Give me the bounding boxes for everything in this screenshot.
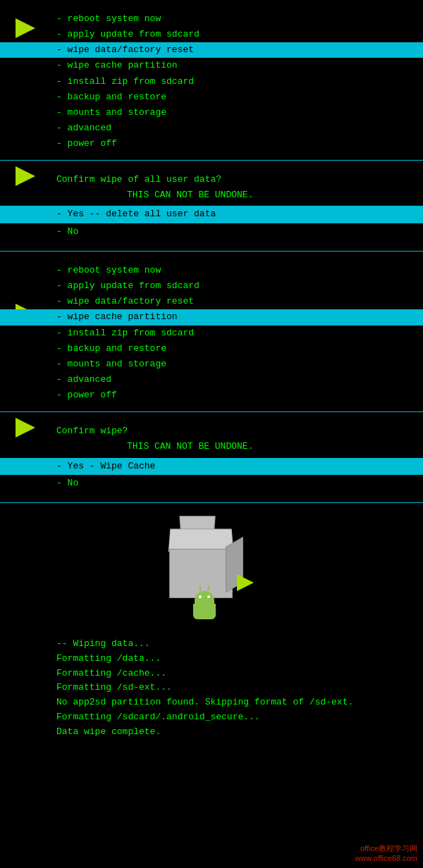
confirm-item[interactable]: - Yes - Wipe Cache <box>0 458 423 476</box>
confirm1-warning: THIS CAN NOT BE UNDONE. <box>56 190 253 200</box>
confirm1-text: Confirm wipe of all user data? THIS CAN … <box>0 172 423 203</box>
menu-item: - wipe data/factory reset <box>0 294 423 309</box>
confirm1-panel: Confirm wipe of all user data? THIS CAN … <box>0 161 423 252</box>
confirm-item: - No <box>0 475 423 492</box>
menu-item: - wipe cache partition <box>0 58 423 73</box>
arrow4 <box>16 418 35 438</box>
menu-item[interactable]: - wipe cache partition <box>0 309 423 325</box>
box-flap <box>179 516 215 529</box>
confirm-item: - No <box>0 223 423 241</box>
watermark-line2: www.office68.com <box>355 854 417 862</box>
log-line: Formatting /sd-ext... <box>56 681 423 695</box>
watermark: office教程学习网 www.office68.com <box>355 843 417 862</box>
menu-item: - mounts and storage <box>0 356 423 372</box>
menu-item: - install zip from sdcard <box>0 74 423 89</box>
menu-item: - power off <box>0 388 423 403</box>
confirm-item[interactable]: - Yes -- delete all user data <box>0 206 423 223</box>
arrow2-icon <box>16 166 35 186</box>
log-line: -- Wiping data... <box>56 637 423 652</box>
log-section: -- Wiping data...Formatting /data...Form… <box>0 630 423 747</box>
watermark-line1: office教程学习网 <box>355 843 417 854</box>
menu-item: - backup and restore <box>0 341 423 356</box>
android-head <box>195 591 214 604</box>
section1-menu-panel: - reboot system now- apply update from s… <box>0 0 423 161</box>
menu-item: - reboot system now <box>0 11 423 27</box>
menu-item: - apply update from sdcard <box>0 278 423 294</box>
arrow2 <box>16 166 35 186</box>
android-eye-right <box>207 595 210 598</box>
menu-item[interactable]: - wipe data/factory reset <box>0 42 423 58</box>
log-line: Formatting /data... <box>56 652 423 666</box>
android-body <box>193 604 216 619</box>
menu-list-2: - reboot system now- apply update from s… <box>0 259 423 407</box>
confirm-menu-1: - Yes -- delete all user data- No <box>0 203 423 244</box>
image-area <box>0 503 423 630</box>
section2-menu-panel: - reboot system now- apply update from s… <box>0 252 423 412</box>
menu-item: - power off <box>0 136 423 151</box>
confirm2-panel: Confirm wipe? THIS CAN NOT BE UNDONE. - … <box>0 412 423 503</box>
log-line: Data wipe complete. <box>56 725 423 740</box>
confirm2-prompt: Confirm wipe? <box>56 426 128 436</box>
confirm1-prompt: Confirm wipe of all user data? <box>56 174 221 185</box>
arrow4-icon <box>16 418 35 438</box>
log-line: Formatting /sdcard/.android_secure... <box>56 710 423 725</box>
box-arrow-icon <box>237 574 254 591</box>
menu-item: - backup and restore <box>0 89 423 105</box>
confirm2-text: Confirm wipe? THIS CAN NOT BE UNDONE. <box>0 423 423 454</box>
menu-item: - mounts and storage <box>0 105 423 120</box>
android-eye-left <box>199 595 202 598</box>
menu-item: - apply update from sdcard <box>0 27 423 42</box>
confirm-menu-2: - Yes - Wipe Cache- No <box>0 455 423 496</box>
menu-item: - advanced <box>0 120 423 136</box>
log-line: No app2sd partition found. Skipping form… <box>56 695 423 710</box>
android-figure <box>190 591 219 626</box>
log-line: Formatting /cache... <box>56 666 423 681</box>
menu-item: - install zip from sdcard <box>0 326 423 341</box>
menu-list-1: - reboot system now- apply update from s… <box>0 7 423 156</box>
confirm2-warning: THIS CAN NOT BE UNDONE. <box>56 441 253 452</box>
menu-item: - advanced <box>0 372 423 388</box>
menu-item: - reboot system now <box>0 263 423 278</box>
